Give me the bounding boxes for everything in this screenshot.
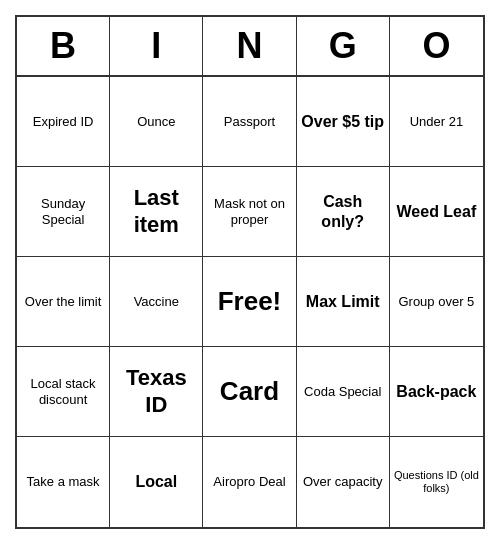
bingo-cell: Local — [110, 437, 203, 527]
bingo-cell: Coda Special — [297, 347, 390, 437]
bingo-cell: Free! — [203, 257, 296, 347]
cell-label: Over capacity — [303, 474, 382, 490]
cell-label: Texas ID — [114, 365, 198, 418]
header-letter: N — [203, 17, 296, 75]
cell-label: Questions ID (old folks) — [394, 469, 479, 495]
cell-label: Take a mask — [27, 474, 100, 490]
cell-label: Airopro Deal — [213, 474, 285, 490]
bingo-cell: Over $5 tip — [297, 77, 390, 167]
cell-label: Mask not on proper — [207, 196, 291, 227]
bingo-cell: Under 21 — [390, 77, 483, 167]
cell-label: Under 21 — [410, 114, 463, 130]
bingo-cell: Ounce — [110, 77, 203, 167]
cell-label: Ounce — [137, 114, 175, 130]
cell-label: Vaccine — [134, 294, 179, 310]
header-letter: G — [297, 17, 390, 75]
cell-label: Over $5 tip — [301, 112, 384, 131]
cell-label: Expired ID — [33, 114, 94, 130]
bingo-cell: Airopro Deal — [203, 437, 296, 527]
cell-label: Sunday Special — [21, 196, 105, 227]
bingo-cell: Card — [203, 347, 296, 437]
header-letter: O — [390, 17, 483, 75]
bingo-cell: Back-pack — [390, 347, 483, 437]
bingo-cell: Over the limit — [17, 257, 110, 347]
bingo-cell: Group over 5 — [390, 257, 483, 347]
bingo-grid: Expired IDOuncePassportOver $5 tipUnder … — [17, 77, 483, 527]
bingo-cell: Over capacity — [297, 437, 390, 527]
cell-label: Over the limit — [25, 294, 102, 310]
cell-label: Coda Special — [304, 384, 381, 400]
header-letter: B — [17, 17, 110, 75]
bingo-header: BINGO — [17, 17, 483, 77]
cell-label: Passport — [224, 114, 275, 130]
bingo-cell: Local stack discount — [17, 347, 110, 437]
bingo-cell: Expired ID — [17, 77, 110, 167]
bingo-cell: Weed Leaf — [390, 167, 483, 257]
cell-label: Card — [220, 376, 279, 407]
cell-label: Cash only? — [301, 192, 385, 230]
bingo-cell: Cash only? — [297, 167, 390, 257]
cell-label: Last item — [114, 185, 198, 238]
bingo-cell: Last item — [110, 167, 203, 257]
cell-label: Local — [135, 472, 177, 491]
cell-label: Group over 5 — [398, 294, 474, 310]
bingo-cell: Sunday Special — [17, 167, 110, 257]
bingo-cell: Take a mask — [17, 437, 110, 527]
bingo-card: BINGO Expired IDOuncePassportOver $5 tip… — [15, 15, 485, 529]
cell-label: Free! — [218, 286, 282, 317]
cell-label: Weed Leaf — [397, 202, 477, 221]
bingo-cell: Mask not on proper — [203, 167, 296, 257]
bingo-cell: Texas ID — [110, 347, 203, 437]
bingo-cell: Vaccine — [110, 257, 203, 347]
cell-label: Back-pack — [396, 382, 476, 401]
header-letter: I — [110, 17, 203, 75]
bingo-cell: Passport — [203, 77, 296, 167]
cell-label: Max Limit — [306, 292, 380, 311]
bingo-cell: Questions ID (old folks) — [390, 437, 483, 527]
bingo-cell: Max Limit — [297, 257, 390, 347]
cell-label: Local stack discount — [21, 376, 105, 407]
